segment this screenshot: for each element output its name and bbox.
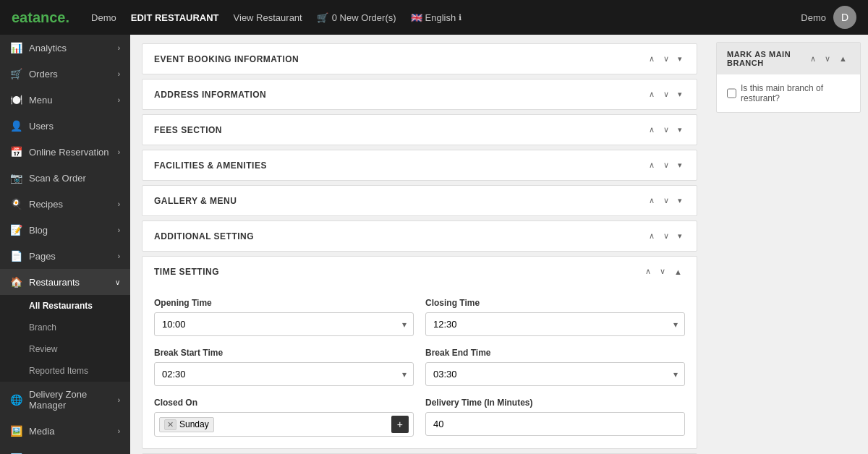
section-time-setting-header[interactable]: TIME SETTING ∧ ∨ ▲ bbox=[142, 257, 697, 286]
sidebar-item-scan-order[interactable]: 📷 Scan & Order bbox=[0, 165, 130, 191]
move-down-button[interactable]: ∨ bbox=[657, 265, 668, 278]
time-setting-body: Opening Time 10:00 09:00 11:00 Closing T… bbox=[142, 286, 697, 448]
edit-restaurant-link[interactable]: EDIT RESTAURANT bbox=[131, 12, 219, 23]
move-up-button[interactable]: ∧ bbox=[646, 159, 658, 171]
sidebar-label-orders: Orders bbox=[29, 69, 58, 80]
toggle-button[interactable]: ▾ bbox=[675, 124, 685, 136]
closing-time-group: Closing Time 12:30 13:00 22:00 bbox=[425, 298, 685, 336]
sidebar-item-orders[interactable]: 🛒 Orders › bbox=[0, 61, 130, 87]
move-down-button[interactable]: ∨ bbox=[660, 230, 672, 242]
sidebar-item-online-reservation[interactable]: 📅 Online Reservation › bbox=[0, 139, 130, 165]
section-fees-header[interactable]: FEES SECTION ∧ ∨ ▾ bbox=[142, 115, 697, 145]
sidebar-item-menu[interactable]: 🍽️ Menu › bbox=[0, 87, 130, 113]
move-up-button[interactable]: ∧ bbox=[646, 124, 658, 136]
topnav-right: Demo D bbox=[801, 6, 856, 29]
move-down-button[interactable]: ∨ bbox=[660, 194, 672, 207]
tag-add-button[interactable]: + bbox=[391, 416, 409, 433]
sidebar-item-media[interactable]: 🖼️ Media › bbox=[0, 418, 130, 444]
move-up-button[interactable]: ∧ bbox=[646, 194, 658, 207]
logo[interactable]: eatance. bbox=[12, 9, 69, 26]
opening-time-select[interactable]: 10:00 09:00 11:00 bbox=[154, 312, 414, 336]
move-up-button[interactable]: ∧ bbox=[646, 53, 658, 65]
chevron-icon: › bbox=[118, 44, 120, 52]
break-start-select-wrap: 02:30 01:00 03:00 bbox=[154, 362, 414, 386]
section-controls: ∧ ∨ ▾ bbox=[646, 53, 685, 65]
delivery-time-input[interactable]: 40 bbox=[425, 412, 685, 436]
sidebar-label-recipes: Recipes bbox=[29, 199, 63, 210]
cart-label: 0 New Order(s) bbox=[332, 12, 396, 23]
move-up-button[interactable]: ∧ bbox=[642, 265, 654, 278]
move-up-button[interactable]: ∧ bbox=[646, 88, 658, 100]
closing-time-select[interactable]: 12:30 13:00 22:00 bbox=[425, 312, 685, 336]
move-down-button[interactable]: ∨ bbox=[660, 53, 672, 65]
scan-icon: 📷 bbox=[10, 172, 22, 184]
sidebar-item-analytics[interactable]: 📊 Analytics › bbox=[0, 35, 130, 61]
branch-collapse-button[interactable]: ▲ bbox=[836, 53, 850, 65]
cart-area[interactable]: 🛒 0 New Order(s) bbox=[317, 12, 396, 23]
chevron-icon: › bbox=[118, 200, 120, 208]
branch-move-up-button[interactable]: ∧ bbox=[807, 53, 819, 65]
move-down-button[interactable]: ∨ bbox=[660, 159, 672, 171]
user-avatar[interactable]: D bbox=[833, 6, 856, 29]
move-down-button[interactable]: ∨ bbox=[660, 88, 672, 100]
section-controls: ∧ ∨ ▾ bbox=[646, 159, 685, 171]
sidebar-item-restaurants[interactable]: 🏠 Restaurants ∨ bbox=[0, 269, 130, 295]
toggle-button[interactable]: ▾ bbox=[675, 53, 685, 65]
menu-icon: 🍽️ bbox=[10, 94, 22, 106]
sidebar-item-contact[interactable]: ✉️ Contact › bbox=[0, 444, 130, 454]
restaurants-icon: 🏠 bbox=[10, 276, 22, 288]
section-controls: ∧ ∨ ▾ bbox=[646, 194, 685, 207]
branch-panel-title: MARK AS MAIN BRANCH bbox=[727, 50, 807, 67]
toggle-button[interactable]: ▾ bbox=[675, 230, 685, 242]
sidebar-label-scan: Scan & Order bbox=[29, 173, 86, 184]
sidebar-label-blog: Blog bbox=[29, 225, 48, 236]
closed-on-group: Closed On ✕ Sunday + bbox=[154, 398, 414, 437]
sidebar-item-users[interactable]: 👤 Users bbox=[0, 113, 130, 139]
collapse-button[interactable]: ▲ bbox=[671, 266, 685, 278]
section-gallery-header[interactable]: GALLERY & MENU ∧ ∨ ▾ bbox=[142, 186, 697, 215]
section-event-booking-title: EVENT BOOKING INFORMATION bbox=[154, 54, 646, 64]
main-branch-checkbox[interactable] bbox=[727, 88, 736, 98]
chevron-icon: › bbox=[118, 148, 120, 156]
toggle-button[interactable]: ▾ bbox=[675, 194, 685, 207]
section-facilities-title: FACILITIES & AMENITIES bbox=[154, 160, 646, 171]
closing-time-label: Closing Time bbox=[425, 298, 685, 308]
tag-remove-button[interactable]: ✕ bbox=[164, 419, 176, 430]
view-restaurant-link[interactable]: View Restaurant bbox=[234, 12, 302, 23]
branch-panel-controls: ∧ ∨ ▲ bbox=[807, 53, 850, 65]
sidebar-item-recipes[interactable]: 🍳 Recipes › bbox=[0, 191, 130, 217]
language-selector[interactable]: 🇬🇧 English ℹ bbox=[411, 12, 462, 23]
main-branch-checkbox-row[interactable]: Is this main branch of resturant? bbox=[727, 83, 850, 103]
break-start-label: Break Start Time bbox=[154, 348, 414, 358]
demo-user-label: Demo bbox=[801, 12, 826, 23]
closed-on-label: Closed On bbox=[154, 398, 414, 408]
toggle-button[interactable]: ▾ bbox=[675, 159, 685, 171]
sidebar-item-blog[interactable]: 📝 Blog › bbox=[0, 217, 130, 243]
logo-text: eatance bbox=[12, 9, 66, 25]
section-additional-header[interactable]: ADDITIONAL SETTING ∧ ∨ ▾ bbox=[142, 221, 697, 251]
section-address-header[interactable]: ADDRESS INFORMATION ∧ ∨ ▾ bbox=[142, 80, 697, 109]
break-end-group: Break End Time 03:30 04:00 05:00 bbox=[425, 348, 685, 386]
submenu-branch[interactable]: Branch bbox=[0, 317, 130, 338]
break-end-select[interactable]: 03:30 04:00 05:00 bbox=[425, 362, 685, 386]
submenu-reported-items[interactable]: Reported Items bbox=[0, 360, 130, 382]
demo-link[interactable]: Demo bbox=[91, 12, 116, 23]
section-controls: ∧ ∨ ▲ bbox=[642, 265, 685, 278]
toggle-button[interactable]: ▾ bbox=[675, 88, 685, 100]
section-gallery: GALLERY & MENU ∧ ∨ ▾ bbox=[142, 185, 697, 216]
section-facilities-header[interactable]: FACILITIES & AMENITIES ∧ ∨ ▾ bbox=[142, 150, 697, 180]
submenu-review[interactable]: Review bbox=[0, 338, 130, 360]
app-layout: 📊 Analytics › 🛒 Orders › 🍽️ Menu › 👤 Use… bbox=[0, 35, 868, 454]
sidebar-item-delivery-zone[interactable]: 🌐 Delivery Zone Manager › bbox=[0, 382, 130, 418]
right-panel: MARK AS MAIN BRANCH ∧ ∨ ▲ Is this main b… bbox=[709, 35, 868, 454]
submenu-all-restaurants[interactable]: All Restaurants bbox=[0, 295, 130, 317]
closed-on-tag-input[interactable]: ✕ Sunday + bbox=[154, 412, 414, 437]
move-up-button[interactable]: ∧ bbox=[646, 230, 658, 242]
chevron-icon: › bbox=[118, 427, 120, 435]
branch-move-down-button[interactable]: ∨ bbox=[822, 53, 833, 65]
break-start-select[interactable]: 02:30 01:00 03:00 bbox=[154, 362, 414, 386]
move-down-button[interactable]: ∨ bbox=[660, 124, 672, 136]
sidebar-label-delivery-zone: Delivery Zone Manager bbox=[29, 389, 111, 411]
sidebar-item-pages[interactable]: 📄 Pages › bbox=[0, 243, 130, 269]
section-event-booking-header[interactable]: EVENT BOOKING INFORMATION ∧ ∨ ▾ bbox=[142, 44, 697, 74]
